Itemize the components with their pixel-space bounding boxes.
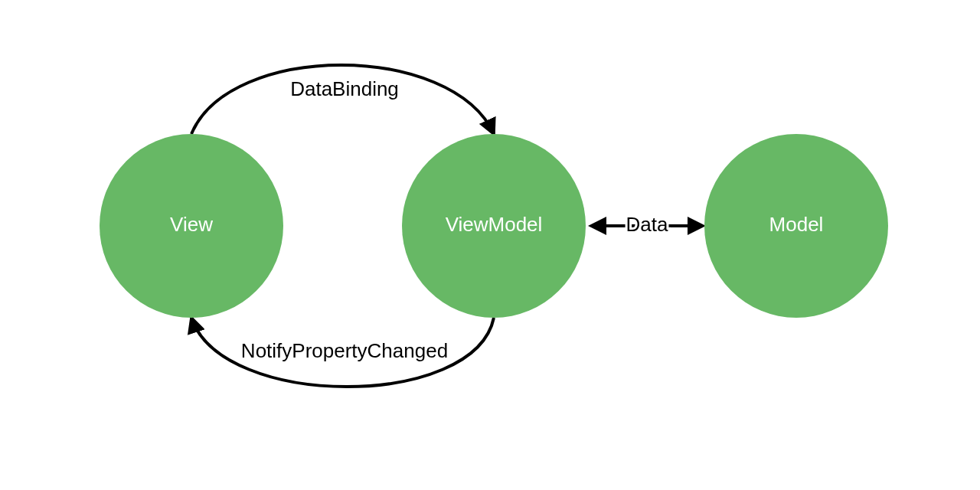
edge-databinding-label: DataBinding xyxy=(290,77,399,100)
edge-data-label: Data xyxy=(626,213,668,236)
node-model-label: Model xyxy=(769,213,824,236)
edge-notify-label: NotifyPropertyChanged xyxy=(241,339,448,362)
node-viewmodel-label: ViewModel xyxy=(446,213,543,236)
node-viewmodel: ViewModel xyxy=(402,134,586,318)
node-view: View xyxy=(100,134,283,318)
node-view-label: View xyxy=(170,213,213,236)
mvvm-diagram: DataBinding NotifyPropertyChanged Data V… xyxy=(0,0,980,490)
node-model: Model xyxy=(704,134,888,318)
